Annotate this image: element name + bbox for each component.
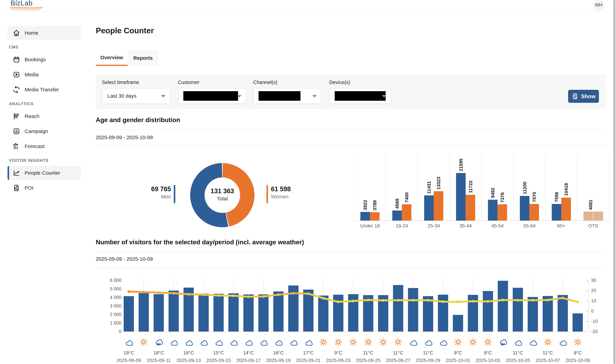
sidebar-item-reach[interactable]: Reach [8,109,81,123]
temperature-point[interactable] [412,299,415,301]
visitors-bar[interactable] [528,297,538,332]
tab-overview[interactable]: Overview [96,50,127,66]
ots-bar[interactable] [593,211,603,221]
visitors-bar[interactable] [453,315,463,332]
visitors-bar[interactable] [228,293,239,332]
temperature-point[interactable] [472,300,474,302]
visitors-bar[interactable] [513,288,523,332]
women-bar[interactable] [370,212,379,221]
visitors-bar[interactable] [483,291,493,332]
temperature-point[interactable] [202,293,205,296]
women-bar[interactable] [561,198,571,221]
svg-text:55-64: 55-64 [523,223,536,228]
visitors-bar[interactable] [154,294,164,332]
sidebar-item-people-counter[interactable]: People Counter [8,166,81,180]
temperature-point[interactable] [382,299,385,302]
visitors-bar[interactable] [169,291,179,332]
women-bar[interactable] [466,195,475,221]
sidebar-item-poi[interactable]: POI [8,181,81,195]
men-bar[interactable] [392,210,402,221]
women-bar[interactable] [530,204,539,221]
sidebar-item-home[interactable]: Home [8,26,81,40]
age-gender-bar-chart[interactable]: 39223789Under 184569740018-2411431133232… [354,154,609,231]
visitors-bar[interactable] [558,295,568,332]
sidebar-item-campaign[interactable]: Campaign [8,124,81,138]
visitors-bar[interactable] [198,294,209,332]
men-bar[interactable] [456,173,466,221]
temperature-point[interactable] [322,297,325,299]
temperature-point[interactable] [576,301,579,303]
visitors-bar[interactable] [438,295,448,332]
temperature-point[interactable] [217,294,220,297]
visitors-bar[interactable] [273,291,283,332]
sidebar-item-forecast[interactable]: Forecast [8,139,81,153]
sidebar-item-media-transfer[interactable]: Media Transfer [8,83,81,97]
temperature-point[interactable] [247,295,250,298]
sidebar-item-media[interactable]: Media [8,68,81,82]
sidebar-item-bookings[interactable]: Bookings [8,52,81,66]
temperature-point[interactable] [142,291,145,293]
temperature-point[interactable] [561,297,564,299]
visitors-bar[interactable] [139,293,149,332]
svg-text:2025-09-21: 2025-09-21 [296,358,321,363]
customer-select[interactable] [178,88,246,104]
visitors-bar[interactable] [393,285,403,332]
ots-bar[interactable] [584,211,593,221]
temperature-point[interactable] [292,292,295,295]
visitors-bar[interactable] [258,295,269,332]
temperature-point[interactable] [127,290,130,293]
svg-text:7556: 7556 [554,192,559,202]
visitors-bar[interactable] [408,288,418,332]
temperature-point[interactable] [187,293,190,296]
temperature-point[interactable] [532,299,534,301]
bizlab-logo[interactable]: BizLab [11,0,45,7]
tab-reports[interactable]: Reports [127,50,158,66]
visitors-weather-chart[interactable]: 01 0002 0003 0004 0005 0006 000Visitors3… [96,277,616,364]
scrollbar-thumb[interactable] [614,0,616,364]
temperature-point[interactable] [157,291,160,294]
temperature-point[interactable] [172,292,175,295]
women-bar[interactable] [402,204,411,221]
visitors-bar[interactable] [573,313,583,332]
temperature-point[interactable] [277,293,280,296]
timeframe-select[interactable]: Last 30 days [102,88,170,104]
women-bar[interactable] [434,191,443,221]
men-bar[interactable] [488,200,497,221]
men-bar[interactable] [360,212,370,221]
tab-label: Overview [100,55,123,60]
temperature-point[interactable] [457,300,459,303]
temperature-point[interactable] [502,299,504,301]
channels-select[interactable] [253,88,322,104]
show-button[interactable]: Show [568,90,599,103]
men-bar[interactable] [552,204,561,221]
weather-cloud-icon [440,341,447,345]
visitors-bar[interactable] [213,294,224,332]
temperature-point[interactable] [352,300,355,302]
visitors-bar[interactable] [243,295,254,332]
visitors-bar[interactable] [318,296,329,332]
user-avatar[interactable]: MH [593,0,604,11]
temperature-point[interactable] [337,300,340,303]
devices-select[interactable] [329,88,391,104]
page-scrollbar[interactable] [613,0,616,364]
temperature-point[interactable] [232,294,235,297]
men-bar[interactable] [520,196,530,221]
women-bar[interactable] [497,204,507,221]
temperature-point[interactable] [397,299,400,301]
visitors-bar[interactable] [303,290,313,332]
svg-text:2025-10-01: 2025-10-01 [446,358,470,363]
weather-sun-icon [395,339,402,346]
temperature-point[interactable] [517,299,519,301]
temperature-point[interactable] [262,295,265,298]
temperature-point[interactable] [442,300,445,303]
people-counter-dashboard: BizLab MH Home CMS Bookings [0,0,616,364]
temperature-point[interactable] [367,299,370,301]
visitors-bar[interactable] [124,296,134,332]
temperature-point[interactable] [427,299,429,301]
temperature-point[interactable] [307,292,310,295]
svg-text:11°C: 11°C [363,350,373,355]
temperature-point[interactable] [546,299,549,301]
temperature-point[interactable] [487,300,489,303]
visitors-bar[interactable] [498,281,508,332]
men-bar[interactable] [424,195,434,221]
